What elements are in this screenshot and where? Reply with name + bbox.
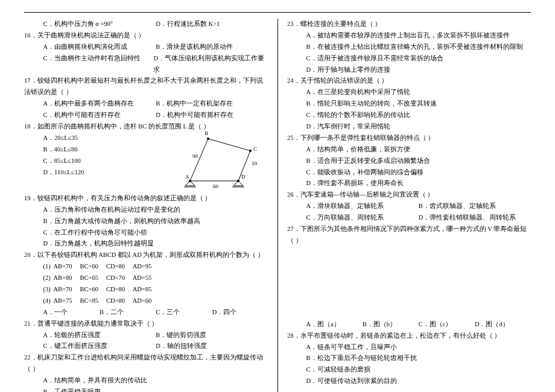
q24-opt-c: C．惰轮的个数不影响轮系的传动比 bbox=[287, 110, 531, 121]
q26-row1: A．滑块联轴器、定轴轮系 B．齿式联轴器、定轴轮系 bbox=[287, 201, 531, 212]
label-60: 60 bbox=[213, 183, 219, 189]
q20-opt-c: C．三个 bbox=[156, 307, 212, 318]
q19-opt-d: D．压力角越大，机构急回特性越明显 bbox=[24, 238, 268, 250]
q25-opt-c: C．能吸收振动，补偿两轴间的综合偏移 bbox=[287, 167, 531, 179]
q26-opt-c: C．万向联轴器、周转轮系 bbox=[306, 212, 419, 224]
q17-opt-d: D．机构中可能有摇杆存在 bbox=[156, 110, 233, 121]
q18-block: 18．如图所示的曲柄摇杆机构中，连杆 BC 的长度范围 L 是（ ） A D B… bbox=[24, 121, 268, 193]
label-90: 90 bbox=[192, 153, 198, 159]
q20-row1: (1) AB=70 BC=60 CD=80 AD=95 bbox=[24, 261, 268, 273]
q16-row2: C．当曲柄作主动件时有急回特性 D．气体压缩机利用该机构实现工作要求 bbox=[24, 53, 268, 76]
q17-opt-b: B．机构中一定有机架存在 bbox=[156, 98, 233, 110]
label-A: A bbox=[185, 174, 189, 180]
label-C: C bbox=[253, 146, 257, 152]
q16-opt-d: D．气体压缩机利用该机构实现工作要求 bbox=[153, 53, 268, 76]
q19-stem: 19．铰链四杆机构中，有关压力角和传动角的叙述正确的是（ ） bbox=[24, 193, 268, 204]
q15-opt-c: C．机构中压力角 α =90° bbox=[43, 19, 156, 30]
q20-row4: (4) AB=75 BC=85 CD=80 AD=60 bbox=[24, 296, 268, 307]
q22-opt-a: A．结构简单，并具有很大的传动比 bbox=[24, 375, 268, 387]
q17-stem: 17．铰链四杆机构中若最短杆与最长杆长度之和不大于其余两杆长度之和，下列说法错误… bbox=[24, 75, 268, 98]
q20-row3: (3) AB=70 BC=60 CD=80 AD=85 bbox=[24, 284, 268, 296]
q25-opt-b: B．适合用于正反转变化多或启动频繁场合 bbox=[287, 156, 531, 167]
q16-stem: 16．关于曲柄滑块机构说法正确的是（ ） bbox=[24, 30, 268, 42]
q26-opt-d: D．弹性套柱销联轴器、周转轮系 bbox=[419, 212, 516, 224]
q26-opt-b: B．齿式联轴器、定轴轮系 bbox=[419, 201, 496, 212]
q20-opt-a: A．一个 bbox=[43, 307, 100, 318]
q28-opt-c: C．可减轻链条的磨损 bbox=[287, 364, 531, 376]
q23-opt-a: A．被结构需要在较厚的连接件上制出盲孔，多次装拆不损坏被连接件 bbox=[287, 30, 531, 42]
q27-opts: A．图（a） B．图（b） C．图（c） D．图（d） bbox=[287, 319, 531, 330]
label-D: D bbox=[241, 174, 246, 180]
q28-opt-b: B．松边下垂后不会与链轮轮齿相干扰 bbox=[287, 353, 531, 364]
q22-stem: 22．机床刀架和工作台进给机构间采用螺旋传动实现螺纹加工，主要因为螺旋传动（ ） bbox=[24, 352, 268, 375]
q24-opt-b: B．惰轮只影响主动轮的转向，不改变其转速 bbox=[287, 98, 531, 110]
q27-opt-b: B．图（b） bbox=[363, 319, 419, 330]
q20-stem: 20．以下各铰链四杆机构 ABCD 都以 AD 为机架，则形成双摇杆机构的个数为… bbox=[24, 250, 268, 261]
q17-opt-a: A．机构中最多有两个曲柄存在 bbox=[43, 98, 156, 110]
q27-figure-placeholder bbox=[287, 247, 531, 319]
q24-opt-a: A．在三星轮变向机构中采用了惰轮 bbox=[287, 87, 531, 98]
q21-opt-b: B．键的剪切强度 bbox=[156, 330, 206, 341]
q27-opt-d: D．图（d） bbox=[475, 319, 531, 330]
q16-opt-a: A．由曲柄摇块机构演化而成 bbox=[43, 42, 156, 53]
label-10: 10 bbox=[252, 160, 258, 166]
q25-opt-d: D．弹性套不易损坏，使用寿命长 bbox=[287, 178, 531, 189]
q24-stem: 24．关于惰轮的说法错误的是（ ） bbox=[287, 75, 531, 87]
q19-opt-c: C．在工作行程中传动角尽可能小些 bbox=[24, 227, 268, 239]
q19-opt-b: B．压力角越大或传动角越小，则机构的传动效率越高 bbox=[24, 216, 268, 227]
q20-opt-d: D．四个 bbox=[212, 307, 268, 318]
q24-opt-d: D．汽车倒行时，常采用惰轮 bbox=[287, 121, 531, 133]
q25-stem: 25．下列哪一条不是弹性套柱销联轴器的特点（ ） bbox=[287, 133, 531, 144]
q19-opt-a: A．压力角和传动角在机构运动过程中是变化的 bbox=[24, 204, 268, 216]
q17-row2: C．机构中可能有连杆存在 D．机构中可能有摇杆存在 bbox=[24, 110, 268, 121]
svg-point-4 bbox=[207, 138, 209, 140]
q25-opt-a: A．结构简单，价格低廉，装拆方便 bbox=[287, 144, 531, 156]
q26-stem: 26．汽车变速箱—传动轴—后桥轴之间宜设置（ ） bbox=[287, 189, 531, 201]
q16-opt-c: C．当曲柄作主动件时有急回特性 bbox=[43, 53, 154, 76]
q17-row1: A．机构中最多有两个曲柄存在 B．机构中一定有机架存在 bbox=[24, 98, 268, 110]
q27-opt-a: A．图（a） bbox=[306, 319, 363, 330]
q20-opts: A．一个 B．二个 C．三个 D．四个 bbox=[24, 307, 268, 318]
q21-row2: C．键工作面挤压强度 D．轴的扭转强度 bbox=[24, 341, 268, 352]
q21-stem: 21．普通平键连接的承载能力通常取决于（ ） bbox=[24, 318, 268, 330]
q26-opt-a: A．滑块联轴器、定轴轮系 bbox=[306, 201, 419, 212]
q20-row2: (2) AB=80 BC=65 CD=70 AD=55 bbox=[24, 273, 268, 284]
q16-row1: A．由曲柄摇块机构演化而成 B．滑块是该机构的原动件 bbox=[24, 42, 268, 53]
q23-stem: 23．螺栓连接的主要特点是（ ） bbox=[287, 19, 531, 30]
q21-row1: A．轮毂的挤压强度 B．键的剪切强度 bbox=[24, 330, 268, 341]
q28-opt-d: D．可使链传动达到张紧的目的 bbox=[287, 376, 531, 387]
q27-opt-c: C．图（c） bbox=[419, 319, 475, 330]
right-column: 23．螺栓连接的主要特点是（ ） A．被结构需要在较厚的连接件上制出盲孔，多次装… bbox=[278, 19, 531, 392]
q28-opt-a: A．链条可平稳工作，且噪声小 bbox=[287, 342, 531, 353]
q21-opt-d: D．轴的扭转强度 bbox=[156, 341, 207, 352]
q15-opt-d: D．行程速比系数 K>1 bbox=[156, 19, 220, 30]
q23-opt-c: C．适用于被连接件较厚且不需经常装拆的场合 bbox=[287, 53, 531, 65]
q21-opt-a: A．轮毂的挤压强度 bbox=[43, 330, 156, 341]
q16-opt-b: B．滑块是该机构的原动件 bbox=[156, 42, 233, 53]
q28-stem: 28．水平布置链传动时，若链条的紧边在上，松边在下，有什么好处（ ） bbox=[287, 330, 531, 342]
left-column: C．机构中压力角 α =90° D．行程速比系数 K>1 16．关于曲柄滑块机构… bbox=[24, 19, 278, 392]
q18-diagram: A D B C 10 90 60 bbox=[172, 127, 268, 193]
q23-opt-d: D．用于轴与轴上零件的连接 bbox=[287, 65, 531, 76]
q27-stem: 27．下图所示为其他条件相同情况下的四种张紧方式，哪一种方式的 V 带寿命最短 … bbox=[287, 224, 531, 247]
q21-opt-c: C．键工作面挤压强度 bbox=[43, 341, 156, 352]
q20-opt-b: B．二个 bbox=[100, 307, 156, 318]
q15-options-cd: C．机构中压力角 α =90° D．行程速比系数 K>1 bbox=[24, 19, 268, 30]
q17-opt-c: C．机构中可能有连杆存在 bbox=[43, 110, 156, 121]
svg-point-3 bbox=[249, 150, 252, 152]
q23-opt-b: B．在被连接件上钻出比螺纹直径略大的孔，装拆不受被连接件材料的限制 bbox=[287, 42, 531, 53]
q26-row2: C．万向联轴器、周转轮系 D．弹性套柱销联轴器、周转轮系 bbox=[287, 212, 531, 224]
q22-opt-b: B．工作平稳无噪声 bbox=[24, 387, 268, 392]
